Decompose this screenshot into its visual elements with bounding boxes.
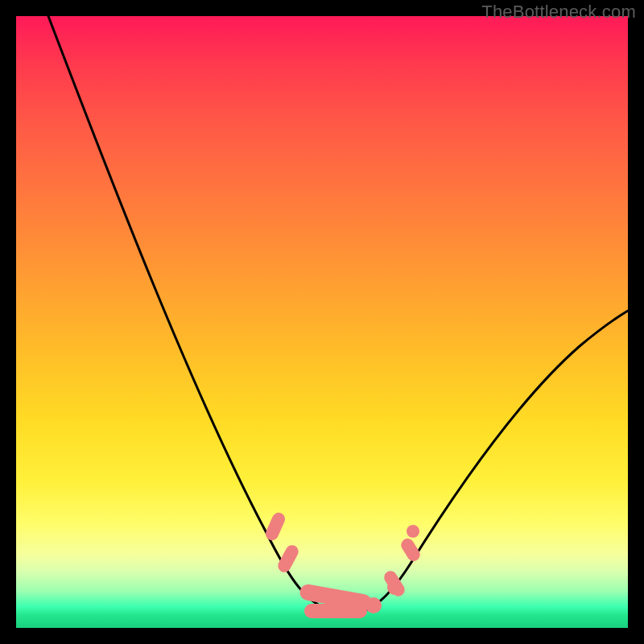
bottleneck-curve [48,16,628,613]
curve-layer [16,16,628,628]
svg-rect-3 [304,604,367,618]
highlight-cluster [263,510,422,618]
svg-rect-0 [263,510,287,542]
svg-point-8 [407,525,419,538]
watermark-text: TheBottleneck.com [481,2,636,23]
svg-point-6 [387,580,402,595]
chart-frame: TheBottleneck.com [0,0,644,644]
svg-point-4 [365,597,382,613]
